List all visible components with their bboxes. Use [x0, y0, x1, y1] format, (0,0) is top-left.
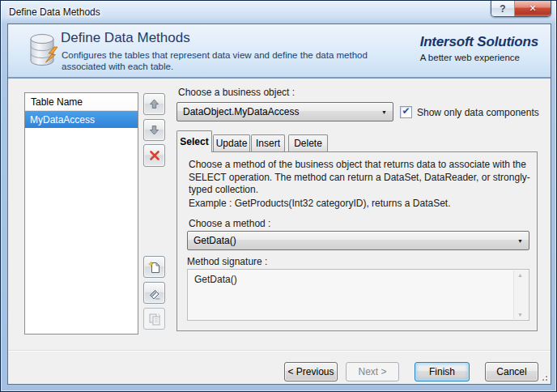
- select-description: Choose a method of the business object t…: [189, 159, 534, 197]
- move-up-button[interactable]: [143, 93, 165, 115]
- close-button[interactable]: ✕: [515, 1, 551, 16]
- database-icon: [24, 31, 62, 70]
- choose-method-label: Choose a method :: [189, 218, 270, 229]
- help-icon: ?: [500, 3, 505, 15]
- brand-tagline: A better web experience: [420, 53, 538, 62]
- titlebar[interactable]: Define Data Methods ? ✕: [1, 1, 556, 23]
- business-object-value: DataObject.MyDataAccess: [183, 106, 299, 117]
- table-list-header[interactable]: Table Name: [25, 93, 138, 111]
- up-arrow-icon: [149, 99, 159, 109]
- select-tab-panel: Choose a method of the business object t…: [176, 151, 538, 331]
- tab-insert-label: Insert: [256, 138, 280, 149]
- resize-grip[interactable]: [538, 372, 548, 381]
- method-signature-label: Method signature :: [187, 256, 267, 267]
- dropdown-arrow-icon: ▼: [381, 109, 387, 115]
- clear-button[interactable]: [143, 282, 165, 304]
- define-data-methods-dialog: Define Data Methods ? ✕: [0, 0, 557, 392]
- brand-block: Intersoft Solutions A better web experie…: [420, 34, 538, 62]
- tab-select[interactable]: Select: [176, 130, 212, 152]
- move-down-button[interactable]: [143, 119, 165, 141]
- finish-button[interactable]: Finish: [415, 362, 470, 381]
- eraser-icon: [148, 287, 161, 300]
- previous-button[interactable]: < Previous: [284, 362, 338, 381]
- scroll-up-icon: ▲: [517, 272, 523, 278]
- scroll-down-icon: ▼: [517, 312, 523, 317]
- method-signature-value: GetData(): [188, 270, 529, 285]
- select-example: Example : GetProducts(Int32 categoryID),…: [189, 198, 534, 209]
- tab-insert[interactable]: Insert: [251, 134, 285, 151]
- method-signature-box[interactable]: GetData() ▲ ▼: [187, 269, 529, 321]
- tab-update[interactable]: Update: [213, 134, 250, 151]
- checkmark-icon: ✔: [402, 105, 410, 117]
- show-only-data-components-label[interactable]: Show only data components: [417, 107, 539, 118]
- brand-name: Intersoft Solutions: [420, 34, 538, 50]
- new-document-icon: [148, 261, 161, 274]
- red-x-icon: [149, 150, 160, 161]
- window-title: Define Data Methods: [9, 6, 100, 18]
- window-controls: ? ✕: [491, 1, 551, 17]
- new-table-button[interactable]: [143, 256, 165, 278]
- cancel-button[interactable]: Cancel: [485, 362, 538, 381]
- close-icon: ✕: [529, 3, 536, 14]
- table-list[interactable]: Table Name MyDataAccess: [24, 92, 138, 334]
- tab-delete[interactable]: Delete: [288, 134, 328, 151]
- dialog-content: Define Data Methods Configures the table…: [7, 23, 551, 385]
- down-arrow-icon: [149, 125, 159, 135]
- tab-select-label: Select: [180, 136, 208, 147]
- business-object-label: Choose a business object :: [178, 87, 295, 98]
- wizard-header: Define Data Methods Configures the table…: [8, 24, 551, 79]
- help-button[interactable]: ?: [491, 1, 515, 16]
- header-title: Define Data Methods: [61, 30, 190, 46]
- tab-delete-label: Delete: [294, 138, 322, 149]
- copy-table-button[interactable]: [143, 308, 165, 330]
- table-list-row[interactable]: MyDataAccess: [25, 111, 138, 128]
- footer-separator: [8, 350, 551, 352]
- next-button[interactable]: Next >: [346, 362, 399, 381]
- dropdown-arrow-icon: ▼: [517, 238, 523, 244]
- show-only-data-components-checkbox[interactable]: ✔: [400, 106, 412, 118]
- delete-table-button[interactable]: [143, 144, 165, 167]
- method-value: GetData(): [193, 235, 236, 246]
- method-combo[interactable]: GetData() ▼: [187, 231, 529, 250]
- header-description: Configures the tables that represent dat…: [62, 49, 387, 72]
- copy-pages-icon: [148, 313, 161, 326]
- signature-scrollbar[interactable]: ▲ ▼: [513, 271, 528, 319]
- business-object-combo[interactable]: DataObject.MyDataAccess ▼: [176, 102, 393, 121]
- tab-update-label: Update: [216, 138, 248, 149]
